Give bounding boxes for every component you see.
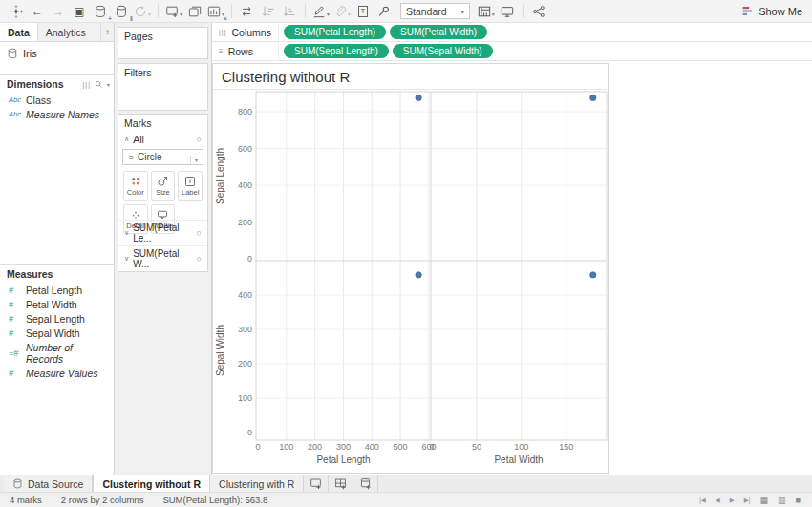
measure-field-measure-values[interactable]: # Measure Values [0, 366, 114, 380]
svg-text:200: 200 [308, 442, 322, 452]
measures-title: Measures [7, 268, 53, 280]
measure-field-sepal-width[interactable]: # Sepal Width [0, 326, 114, 340]
undo-icon[interactable]: ← [28, 2, 47, 21]
circle-indicator-icon: ○ [197, 254, 202, 264]
show-me-button[interactable]: Show Me [741, 5, 806, 17]
toolbar-separator [158, 4, 159, 18]
columns-text: Columns [231, 27, 270, 38]
dimensions-title: Dimensions [7, 78, 64, 90]
next-sheet-icon[interactable]: ▶ [728, 496, 737, 504]
measure-field-petal-width[interactable]: # Petal Width [0, 297, 114, 311]
dimensions-header: Dimensions ||| ▾ [0, 74, 114, 93]
svg-text:100: 100 [279, 442, 293, 452]
size-label: Size [156, 188, 170, 197]
number-icon: # [9, 285, 21, 295]
run-auto-updates-icon[interactable]: ▾ [133, 2, 152, 21]
sort-descending-icon[interactable] [280, 2, 299, 21]
fit-selector[interactable]: Standard ▾ [400, 3, 470, 19]
tab-data-source[interactable]: Data Source [4, 475, 93, 492]
tab-label: Clustering with R [219, 478, 294, 490]
tab-label: Clustering without R [102, 478, 201, 490]
sort-ascending-icon[interactable] [259, 2, 278, 21]
view-mode-icon[interactable]: ||| [83, 81, 91, 88]
svg-text:0: 0 [429, 442, 434, 452]
rows-shelf-label: ≡ Rows [212, 42, 279, 60]
pill-sum-petal-width[interactable]: SUM(Petal Width) [390, 25, 487, 39]
first-sheet-icon[interactable]: |◀ [697, 496, 708, 504]
presentation-mode-icon[interactable] [498, 2, 517, 21]
redo-icon[interactable]: → [49, 2, 68, 21]
marks-row-sum-petal-length[interactable]: ∨ SUM(Petal Le... ○ [118, 220, 207, 245]
filmstrip-view-icon[interactable]: ▥ [776, 496, 788, 505]
abc-icon: Abc [9, 95, 21, 104]
field-label: Petal Length [26, 285, 82, 296]
pill-sum-sepal-length[interactable]: SUM(Sepal Length) [284, 44, 389, 58]
previous-sheet-icon[interactable]: ◀ [714, 496, 722, 504]
tab-data[interactable]: Data [0, 23, 37, 41]
scatter-point[interactable] [416, 95, 421, 100]
highlight-icon[interactable]: ▾ [311, 2, 331, 21]
new-worksheet-icon[interactable]: ▾ [164, 2, 183, 21]
swap-rows-columns-icon[interactable] [238, 2, 257, 21]
label-button[interactable]: Label [178, 171, 203, 201]
group-members-icon[interactable]: ▾ [332, 2, 352, 21]
scatter-point[interactable] [416, 272, 421, 278]
chevron-up-icon: ∧ [124, 136, 129, 143]
datasource-item[interactable]: Iris [0, 45, 114, 62]
rows-shelf[interactable]: ≡ Rows SUM(Sepal Length) SUM(Sepal Width… [212, 42, 812, 61]
size-button[interactable]: Size [151, 171, 176, 201]
toolbar-separator [305, 4, 306, 18]
pill-sum-sepal-width[interactable]: SUM(Sepal Width) [393, 44, 493, 58]
mark-type-dropdown[interactable]: ○ Circle ▾ [122, 149, 203, 165]
show-hide-cards-icon[interactable]: ▾ [477, 2, 496, 21]
fix-axes-icon[interactable] [374, 2, 394, 21]
color-button[interactable]: Color [123, 171, 148, 201]
pane-collapse-icon[interactable]: ↕ [101, 23, 114, 41]
pages-label: Pages [118, 28, 207, 45]
clear-sheet-icon[interactable]: ×▾ [206, 2, 225, 21]
sheet-sorter-view-icon[interactable]: ▦ [759, 496, 771, 505]
tab-clustering-with-r[interactable]: Clustering with R [210, 475, 304, 492]
tab-clustering-without-r[interactable]: Clustering without R [93, 475, 210, 492]
dimension-field-measure-names[interactable]: Abc Measure Names [0, 107, 114, 121]
pause-auto-updates-icon[interactable]: ‖ [112, 2, 131, 21]
last-sheet-icon[interactable]: ▶| [742, 496, 753, 504]
pane-menu-icon[interactable]: ▾ [107, 81, 110, 88]
marks-all-row[interactable]: ∧ All ○ [118, 132, 207, 147]
tabs-view-icon[interactable]: ■ [794, 496, 802, 505]
new-data-source-icon[interactable]: + [91, 2, 110, 21]
scatter-point[interactable] [590, 95, 596, 100]
dimension-field-class[interactable]: Abc Class [0, 93, 114, 107]
database-icon [12, 478, 23, 489]
toolbar-separator [523, 4, 524, 18]
dimensions-section: Dimensions ||| ▾ Abc Class Abc Measure N… [0, 74, 114, 121]
scatter-point[interactable] [590, 272, 596, 278]
measure-field-petal-length[interactable]: # Petal Length [0, 283, 114, 297]
show-mark-labels-icon[interactable]: T [353, 2, 373, 21]
search-icon[interactable] [95, 80, 103, 89]
new-story-icon [359, 477, 372, 490]
new-worksheet-button[interactable] [304, 475, 329, 492]
save-icon[interactable]: ▣ [70, 2, 89, 21]
filters-shelf[interactable]: Filters [118, 63, 208, 111]
fit-value: Standard [406, 6, 447, 17]
pill-sum-petal-length[interactable]: SUM(Petal Length) [284, 25, 386, 39]
tableau-logo-icon[interactable] [7, 2, 26, 21]
share-workbook-icon[interactable] [529, 2, 548, 21]
columns-shelf[interactable]: ||| Columns SUM(Petal Length) SUM(Petal … [212, 23, 812, 42]
svg-text:300: 300 [336, 442, 351, 452]
new-dashboard-button[interactable] [329, 475, 353, 492]
svg-text:Petal Length: Petal Length [316, 454, 370, 465]
worksheet-canvas: Clustering without R 0100200300400500600… [212, 61, 812, 475]
pages-shelf[interactable]: Pages [118, 27, 208, 59]
tab-analytics[interactable]: Analytics [37, 23, 101, 41]
new-story-button[interactable] [353, 475, 378, 492]
field-label: Measure Names [26, 109, 99, 120]
marks-row-sum-petal-width[interactable]: ∨ SUM(Petal W... ○ [118, 245, 207, 271]
svg-text:400: 400 [238, 180, 252, 190]
measure-field-number-of-records[interactable]: =# Number of Records [0, 340, 114, 366]
duplicate-sheet-icon[interactable] [185, 2, 204, 21]
svg-text:50: 50 [472, 442, 481, 452]
field-label: Sepal Length [26, 313, 85, 325]
measure-field-sepal-length[interactable]: # Sepal Length [0, 311, 114, 326]
